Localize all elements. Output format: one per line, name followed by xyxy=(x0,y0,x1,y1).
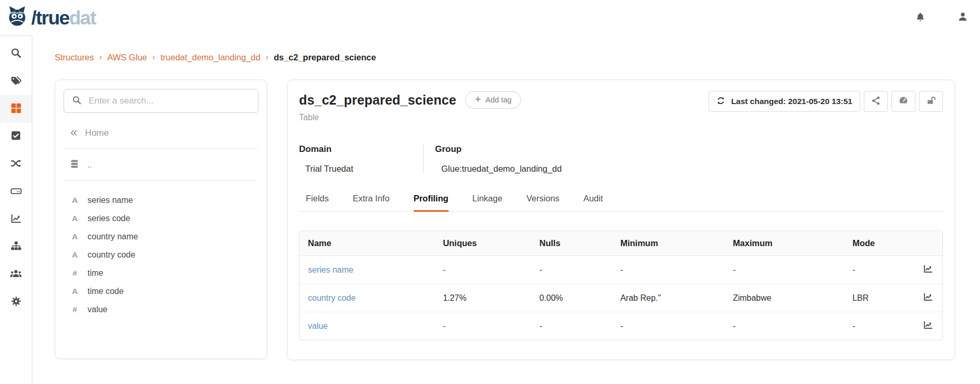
domain-value: Trial Truedat xyxy=(299,164,407,174)
tags-icon xyxy=(10,75,22,88)
rail-item-lineage[interactable] xyxy=(0,150,32,178)
tab-profiling[interactable]: Profiling xyxy=(414,194,449,212)
field-row-series-code[interactable]: A series code xyxy=(64,209,258,227)
last-changed-label: Last changed: 2021-05-20 13:51 xyxy=(731,97,852,106)
lock-open-icon xyxy=(926,96,936,108)
table-row: value - - - - - xyxy=(300,312,942,340)
structure-tree-panel: « Home .. xyxy=(55,80,267,359)
col-header-maximum: Maximum xyxy=(725,231,845,256)
tab-linkage[interactable]: Linkage xyxy=(473,194,503,212)
chevron-double-left-icon: « xyxy=(70,126,77,138)
col-header-minimum: Minimum xyxy=(612,231,725,256)
tab-versions[interactable]: Versions xyxy=(526,194,559,212)
rail-item-users[interactable] xyxy=(0,261,32,288)
mode-value: - xyxy=(844,256,915,284)
breadcrumb-group[interactable]: truedat_demo_landing_dd xyxy=(160,53,260,62)
logo-wordmark: /truedat xyxy=(31,8,96,28)
notifications-button[interactable] xyxy=(911,9,929,27)
permissions-button[interactable] xyxy=(919,91,943,112)
truedat-logo[interactable]: /truedat xyxy=(6,5,96,30)
rail-item-tags[interactable] xyxy=(0,68,32,95)
tree-parent-link[interactable]: .. xyxy=(64,159,258,171)
divider xyxy=(65,181,257,181)
breadcrumb-separator: › xyxy=(152,52,155,62)
breadcrumb-separator: › xyxy=(266,52,269,62)
tab-fields[interactable]: Fields xyxy=(306,194,329,212)
field-row-value[interactable]: # value xyxy=(64,300,258,318)
maximum-value: - xyxy=(725,256,845,284)
rail-item-dashboards[interactable] xyxy=(0,206,32,233)
mode-value: - xyxy=(844,312,915,340)
field-row-country-code[interactable]: A country code xyxy=(64,246,258,264)
refresh-icon xyxy=(716,96,725,107)
parent-label: .. xyxy=(88,160,92,169)
view-profile-chart-button[interactable] xyxy=(923,320,933,330)
col-header-name: Name xyxy=(300,231,435,256)
home-label: Home xyxy=(85,128,108,138)
field-row-country-name[interactable]: A country name xyxy=(64,227,258,246)
tree-search-input[interactable] xyxy=(89,96,250,106)
rail-item-sources[interactable] xyxy=(0,178,32,206)
breadcrumb: Structures › AWS Glue › truedat_demo_lan… xyxy=(55,52,955,62)
breadcrumb-structures[interactable]: Structures xyxy=(55,53,94,62)
rail-item-quality[interactable] xyxy=(0,123,32,150)
add-tag-label: Add tag xyxy=(486,96,512,104)
owl-logo-icon xyxy=(6,5,28,30)
maximum-value: Zimbabwe xyxy=(725,284,845,312)
domain-label: Domain xyxy=(299,144,407,155)
view-profile-chart-button[interactable] xyxy=(923,292,933,302)
profile-link-country-code[interactable]: country code xyxy=(300,284,435,312)
rail-item-search[interactable] xyxy=(0,40,32,68)
string-type-icon: A xyxy=(71,287,79,296)
profile-link-value[interactable]: value xyxy=(300,312,435,340)
hierarchy-sitemap-icon xyxy=(10,240,22,254)
col-header-nulls: Nulls xyxy=(531,231,612,256)
tab-audit[interactable]: Audit xyxy=(584,194,603,212)
nav-rail xyxy=(0,35,32,384)
rail-item-hierarchy[interactable] xyxy=(0,233,32,261)
uniques-value: - xyxy=(435,312,531,340)
last-changed-button[interactable]: Last changed: 2021-05-20 13:51 xyxy=(709,91,860,112)
tree-home-link[interactable]: « Home xyxy=(64,127,258,138)
group-value: Glue:truedat_demo_landing_dd xyxy=(435,164,562,174)
quality-gauge-button[interactable] xyxy=(891,91,915,112)
search-icon xyxy=(72,95,82,107)
rail-item-settings[interactable] xyxy=(0,288,32,316)
add-tag-button[interactable]: Add tag xyxy=(465,91,521,109)
tree-search-box[interactable] xyxy=(64,89,258,113)
string-type-icon: A xyxy=(71,214,79,223)
field-label: time code xyxy=(88,287,123,296)
string-type-icon: A xyxy=(71,250,79,260)
field-row-time-code[interactable]: A time code xyxy=(64,282,258,300)
rail-item-structures[interactable] xyxy=(0,95,32,123)
plus-icon xyxy=(475,96,481,104)
nulls-value: 0.00% xyxy=(531,284,612,312)
breadcrumb-separator: › xyxy=(99,52,102,62)
structure-type-label: Table xyxy=(299,113,709,122)
detail-tabs: Fields Extra Info Profiling Linkage Vers… xyxy=(299,194,943,212)
number-type-icon: # xyxy=(71,305,79,314)
profile-link-series-name[interactable]: series name xyxy=(300,256,435,284)
string-type-icon: A xyxy=(71,232,79,241)
lineage-shuffle-icon xyxy=(10,158,22,171)
minimum-value: - xyxy=(612,312,725,340)
minimum-value: Arab Rep." xyxy=(612,284,725,312)
table-header-row: Name Uniques Nulls Minimum Maximum Mode xyxy=(300,231,942,256)
profiling-table: Name Uniques Nulls Minimum Maximum Mode xyxy=(299,231,943,340)
database-icon xyxy=(69,159,80,171)
share-button[interactable] xyxy=(864,91,888,112)
user-menu-button[interactable] xyxy=(954,9,972,27)
minimum-value: - xyxy=(612,256,725,284)
field-row-time[interactable]: # time xyxy=(64,264,258,282)
field-label: series code xyxy=(88,214,130,223)
structure-detail-panel: ds_c2_prepared_science Add tag Table xyxy=(287,80,955,360)
topbar: /truedat xyxy=(0,0,980,35)
string-type-icon: A xyxy=(71,196,79,205)
view-profile-chart-button[interactable] xyxy=(923,264,933,274)
bell-icon xyxy=(915,11,926,24)
field-row-series-name[interactable]: A series name xyxy=(64,191,258,209)
uniques-value: 1.27% xyxy=(435,284,531,312)
breadcrumb-aws-glue[interactable]: AWS Glue xyxy=(107,53,147,62)
table-row: series name - - - - - xyxy=(300,256,942,284)
tab-extra-info[interactable]: Extra Info xyxy=(353,194,390,212)
